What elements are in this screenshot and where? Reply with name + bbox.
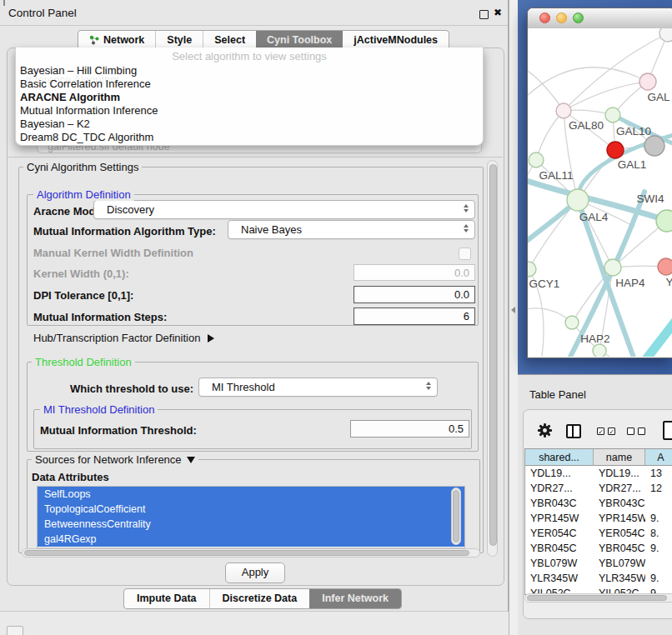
table-cell[interactable]: YER054C: [594, 526, 645, 541]
table-cell[interactable]: YDR27...: [525, 481, 594, 496]
tab-style[interactable]: Style: [155, 31, 203, 49]
table-row[interactable]: YPR145WYPR145W9.: [525, 511, 672, 526]
dpi-tolerance-field[interactable]: 0.0: [354, 286, 475, 303]
tab-jactivemnodules[interactable]: jActiveMNodules: [343, 31, 449, 49]
bottom-left-widget[interactable]: [7, 626, 23, 635]
network-node-node-top[interactable]: [659, 28, 672, 42]
algorithm-option-mutual-information-inference[interactable]: Mutual Information Inference: [16, 104, 483, 118]
table-row[interactable]: YDL19...YDL19...13: [525, 466, 672, 481]
sources-group-title[interactable]: Sources for Network Inference: [32, 453, 198, 466]
table-row[interactable]: YLR345WYLR345W9.: [525, 571, 672, 586]
hub-definition-toggle[interactable]: Hub/Transcription Factor Definition: [33, 332, 214, 344]
table-cell[interactable]: 9.: [645, 511, 672, 526]
network-node-gal4[interactable]: [567, 189, 589, 211]
table-cell[interactable]: [645, 496, 672, 511]
attributes-scrollbar-thumb[interactable]: [453, 490, 459, 542]
network-node-node-bottom[interactable]: [593, 344, 606, 357]
splitter-grip-icon[interactable]: [511, 307, 515, 313]
column-header-shared[interactable]: shared...: [525, 449, 594, 466]
algorithm-option-basic-correlation-inference[interactable]: Basic Correlation Inference: [16, 78, 483, 91]
gear-icon[interactable]: [537, 422, 553, 438]
checked-columns-icon[interactable]: ✓✓: [597, 428, 615, 435]
network-node-gal[interactable]: [639, 73, 656, 90]
table-cell[interactable]: YLR345W: [594, 571, 645, 586]
network-node-gal11[interactable]: [529, 152, 544, 168]
table-cell[interactable]: YBR043C: [525, 496, 594, 511]
minimize-traffic-light[interactable]: [556, 12, 567, 23]
bottom-tab-infer-network[interactable]: Infer Network: [309, 589, 401, 608]
table-row[interactable]: YBL079WYBL079W: [525, 556, 672, 571]
network-node-hap4[interactable]: [604, 259, 621, 276]
apply-button[interactable]: Apply: [225, 562, 285, 583]
algorithm-option-aracne-algorithm[interactable]: ARACNE Algorithm: [16, 91, 483, 104]
attribute-item-gal4rgexp[interactable]: gal4RGexp: [38, 532, 464, 547]
attributes-scrollbar[interactable]: [451, 488, 461, 545]
sources-hscrollbar-thumb[interactable]: [24, 550, 469, 556]
network-node-gal1[interactable]: [607, 142, 624, 158]
network-node-y[interactable]: [658, 258, 672, 275]
table-cell[interactable]: YDL19...: [594, 466, 645, 481]
bottom-tab-discretize-data[interactable]: Discretize Data: [209, 589, 310, 608]
network-node-gal80[interactable]: [556, 103, 571, 118]
unchecked-columns-icon[interactable]: [627, 428, 645, 435]
columns-icon[interactable]: [566, 424, 581, 438]
table-cell[interactable]: 12: [645, 481, 672, 496]
close-icon[interactable]: ✖: [494, 7, 502, 18]
table-cell[interactable]: YPR145W: [594, 511, 645, 526]
which-threshold-select[interactable]: MI Threshold: [198, 378, 438, 397]
column-header-a[interactable]: A: [645, 449, 672, 466]
network-view-window[interactable]: GALGAL80GAL10GAL1GAL11GAL4SWI4GCY1HAP4YH…: [527, 8, 672, 358]
manual-kernel-checkbox[interactable]: [459, 248, 471, 260]
table-cell[interactable]: YBL079W: [525, 556, 594, 571]
table-cell[interactable]: YLR345W: [525, 571, 594, 586]
table-cell[interactable]: [645, 556, 672, 571]
network-canvas[interactable]: GALGAL80GAL10GAL1GAL11GAL4SWI4GCY1HAP4YH…: [528, 28, 672, 357]
zoom-traffic-light[interactable]: [573, 12, 584, 23]
algorithm-option-bayesian-hill-climbing[interactable]: Bayesian – Hill Climbing: [16, 64, 483, 78]
float-window-icon[interactable]: [479, 10, 489, 19]
table-hscrollbar-thumb[interactable]: [527, 595, 667, 601]
table-row[interactable]: YDR27...YDR27...12: [525, 481, 672, 496]
close-traffic-light[interactable]: [539, 12, 550, 23]
table-cell[interactable]: YBR045C: [525, 541, 594, 556]
algorithm-option-bayesian-k2[interactable]: Bayesian – K2: [16, 118, 483, 131]
tab-cyni-toolbox[interactable]: Cyni Toolbox: [256, 31, 343, 49]
column-header-name[interactable]: name: [594, 449, 645, 466]
mi-steps-field[interactable]: 6: [354, 308, 475, 325]
table-row[interactable]: YER054CYER054C8.: [525, 526, 672, 541]
mi-type-select[interactable]: Naive Bayes: [228, 220, 475, 239]
algorithm-option-dream8-dc-tdc-algorithm[interactable]: Dream8 DC_TDC Algorithm: [16, 131, 483, 144]
attribute-item-betweennesscentrality[interactable]: BetweennessCentrality: [38, 517, 464, 532]
network-node-gcy1[interactable]: [528, 262, 536, 277]
network-node-swi4[interactable]: [656, 210, 672, 232]
table-cell[interactable]: YDL19...: [525, 466, 594, 481]
table-row[interactable]: YBR043CYBR043C: [525, 496, 672, 511]
network-node-gray-node[interactable]: [644, 136, 664, 156]
table-cell[interactable]: YER054C: [525, 526, 594, 541]
bottom-tab-impute-data[interactable]: Impute Data: [124, 589, 209, 608]
network-window-titlebar[interactable]: [528, 8, 672, 29]
table-cell[interactable]: YPR145W: [525, 511, 594, 526]
sources-hscrollbar[interactable]: [22, 548, 480, 558]
table-cell[interactable]: 8.: [645, 526, 672, 541]
table-cell[interactable]: 9.: [645, 571, 672, 586]
network-node-gal10[interactable]: [605, 108, 620, 122]
table-cell[interactable]: YBR043C: [594, 496, 645, 511]
data-attributes-list[interactable]: SelfLoopsTopologicalCoefficientBetweenne…: [37, 486, 465, 548]
tab-network[interactable]: Network: [78, 31, 155, 49]
table-cell[interactable]: YBR045C: [594, 541, 645, 556]
settings-scrollbar-thumb[interactable]: [489, 164, 497, 546]
table-hscrollbar[interactable]: [524, 593, 672, 602]
document-icon[interactable]: [663, 421, 672, 440]
mi-threshold-field[interactable]: 0.5: [350, 420, 469, 438]
kernel-width-field[interactable]: 0.0: [354, 264, 475, 281]
table-row[interactable]: YBR045CYBR045C9.: [525, 541, 672, 556]
aracne-mode-select[interactable]: Discovery: [93, 200, 475, 219]
settings-scrollbar[interactable]: [487, 160, 498, 557]
table-cell[interactable]: YBL079W: [594, 556, 645, 571]
table-cell[interactable]: 13: [645, 466, 672, 481]
table-cell[interactable]: 9.: [645, 541, 672, 556]
table-cell[interactable]: YDR27...: [594, 481, 645, 496]
attribute-item-topologicalcoefficient[interactable]: TopologicalCoefficient: [38, 502, 464, 517]
network-node-hap2[interactable]: [565, 316, 579, 329]
